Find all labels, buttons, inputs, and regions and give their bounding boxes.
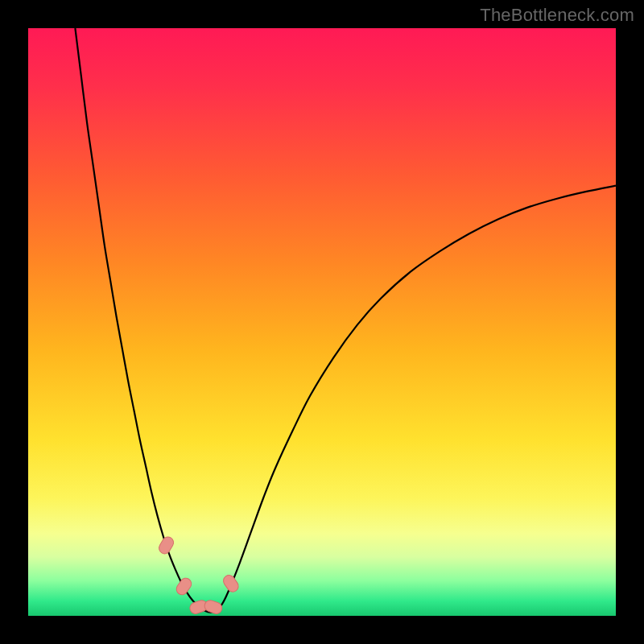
heat-gradient-background: [28, 28, 616, 616]
watermark-text: TheBottleneck.com: [480, 5, 634, 26]
bottleneck-curve-chart: [28, 28, 616, 616]
chart-frame: TheBottleneck.com: [0, 0, 644, 644]
plot-area: [28, 28, 616, 616]
